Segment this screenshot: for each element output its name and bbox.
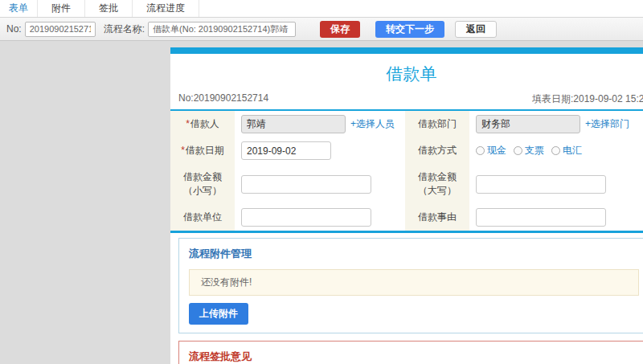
required-mark: * <box>181 145 185 156</box>
select-department-link[interactable]: +选择部门 <box>585 118 629 129</box>
upload-attachment-button[interactable]: 上传附件 <box>189 303 248 325</box>
header-accent-bar <box>170 47 643 54</box>
table-row: *借款日期 借款方式 现金 支票 电汇 <box>170 137 643 164</box>
radio-icon <box>514 146 522 155</box>
method-label: 借款方式 <box>405 137 469 164</box>
tab-attachments[interactable]: 附件 <box>38 0 85 17</box>
tab-bar: 表单 附件 签批 流程进度 <box>0 0 643 18</box>
radio-cash[interactable]: 现金 <box>476 144 506 157</box>
unit-field <box>235 204 405 232</box>
radio-icon <box>476 146 485 155</box>
unit-label: 借款单位 <box>170 204 235 232</box>
back-button[interactable]: 返回 <box>455 21 497 38</box>
table-row: *借款人 +选择人员 借款部门 +选择部门 <box>170 111 643 137</box>
amount-upper-label: 借款金额（大写） <box>405 164 469 204</box>
toolbar: No: 流程名称: 保存 转交下一步 返回 <box>0 18 643 41</box>
reason-label: 借款事由 <box>405 204 469 232</box>
transfer-next-button[interactable]: 转交下一步 <box>375 21 444 38</box>
unit-input[interactable] <box>241 208 371 227</box>
flow-name-label: 流程名称: <box>104 22 145 36</box>
method-radio-group: 现金 支票 电汇 <box>476 144 643 157</box>
radio-check[interactable]: 支票 <box>514 144 544 157</box>
form-meta-row: No:20190902152714 填表日期:2019-09-02 15:27:… <box>170 91 643 105</box>
department-field: +选择部门 <box>469 111 643 137</box>
table-row: 借款金额（小写） 借款金额（大写） <box>170 164 643 204</box>
save-button[interactable]: 保存 <box>320 21 360 38</box>
tab-flow-progress[interactable]: 流程进度 <box>133 0 199 17</box>
borrower-field: +选择人员 <box>235 111 405 137</box>
approval-comments-heading: 流程签批意见 <box>189 350 639 364</box>
no-label: No: <box>6 23 22 35</box>
amount-upper-input[interactable] <box>476 175 606 194</box>
attachments-heading: 流程附件管理 <box>189 247 639 261</box>
reason-field <box>469 204 643 232</box>
reason-input[interactable] <box>476 208 606 227</box>
amount-lower-label: 借款金额（小写） <box>170 164 235 204</box>
borrower-label: *借款人 <box>170 111 235 137</box>
amount-upper-field <box>469 164 643 204</box>
form-number: No:20190902152714 <box>178 92 268 104</box>
no-attachments-message: 还没有附件! <box>189 269 639 296</box>
tab-approvals[interactable]: 签批 <box>85 0 133 17</box>
table-row: 借款单位 借款事由 <box>170 204 643 232</box>
borrow-date-label: *借款日期 <box>170 137 235 164</box>
loan-form-table: *借款人 +选择人员 借款部门 +选择部门 *借款日期 借款方式 现金 支票 电… <box>170 111 643 233</box>
form-panel: 借款单 No:20190902152714 填表日期:2019-09-02 15… <box>170 47 643 364</box>
tab-form[interactable]: 表单 <box>0 0 38 17</box>
attachments-panel: 流程附件管理 还没有附件! 上传附件 <box>178 238 643 333</box>
method-field: 现金 支票 电汇 <box>469 137 643 164</box>
page-title: 借款单 <box>170 54 643 91</box>
select-person-link[interactable]: +选择人员 <box>350 118 395 129</box>
flow-name-input[interactable] <box>148 22 296 37</box>
radio-icon <box>551 146 560 155</box>
approval-comments-panel: 流程签批意见 B I abc <box>178 341 643 364</box>
required-mark: * <box>186 118 190 129</box>
amount-lower-field <box>235 164 405 204</box>
borrow-date-field <box>235 137 405 164</box>
fill-date: 填表日期:2019-09-02 15:27:1 <box>532 92 643 106</box>
amount-lower-input[interactable] <box>241 175 371 194</box>
radio-wire[interactable]: 电汇 <box>551 144 582 157</box>
borrow-date-input[interactable] <box>241 141 331 160</box>
department-label: 借款部门 <box>405 111 469 137</box>
department-input <box>476 115 580 133</box>
borrower-input <box>241 115 346 133</box>
no-input[interactable] <box>25 22 96 37</box>
